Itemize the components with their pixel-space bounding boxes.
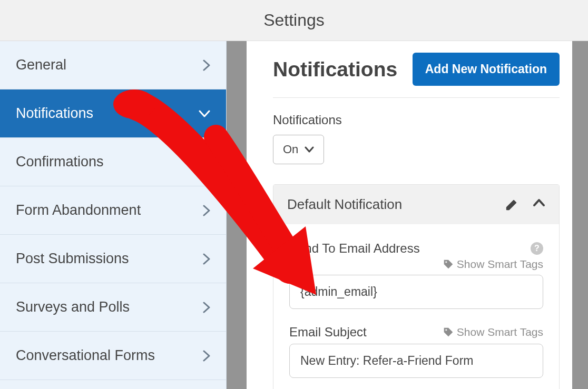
sidebar-item-label: Post Submissions xyxy=(16,251,129,267)
show-smart-tags-link[interactable]: Show Smart Tags xyxy=(289,258,543,271)
notification-header[interactable]: Default Notification xyxy=(273,185,559,224)
email-subject-label: Email Subject xyxy=(289,325,367,340)
notifications-toggle-select[interactable]: On xyxy=(273,135,324,164)
chevron-down-icon xyxy=(199,110,210,117)
sidebar-item-general[interactable]: General xyxy=(0,41,226,89)
chevron-right-icon xyxy=(203,205,210,216)
svg-point-0 xyxy=(445,261,447,263)
chevron-right-icon xyxy=(203,350,210,362)
add-new-notification-button[interactable]: Add New Notification xyxy=(413,53,560,86)
edit-icon[interactable] xyxy=(505,198,518,211)
panel-title: Notifications xyxy=(273,58,397,81)
notification-title: Default Notification xyxy=(287,196,402,213)
svg-point-1 xyxy=(445,329,447,331)
help-icon[interactable]: ? xyxy=(531,242,543,255)
row-label-line: Send To Email Address ? Show Smart Tags xyxy=(289,241,543,271)
sidebar-item-label: Conversational Forms xyxy=(16,347,155,364)
tag-icon xyxy=(443,327,454,337)
tag-icon xyxy=(443,259,454,270)
right-gutter-strip xyxy=(572,41,588,389)
page-title: Settings xyxy=(263,11,325,30)
sidebar-item-label: General xyxy=(16,57,66,73)
sidebar-item-form-abandonment[interactable]: Form Abandonment xyxy=(0,186,226,235)
select-value: On xyxy=(283,143,298,156)
chevron-down-icon xyxy=(305,146,314,153)
top-bar: Settings xyxy=(0,0,588,41)
chevron-right-icon xyxy=(203,156,210,168)
sidebar-item-label: Confirmations xyxy=(16,154,104,170)
settings-sidebar: General Notifications Confirmations Form… xyxy=(0,41,227,389)
smart-tags-label: Show Smart Tags xyxy=(457,326,543,338)
sidebar-item-label: Form Abandonment xyxy=(16,202,141,218)
email-subject-input[interactable] xyxy=(289,344,543,378)
chevron-up-icon[interactable] xyxy=(533,198,545,211)
panel-header: Notifications Add New Notification xyxy=(273,53,560,98)
chevron-right-icon xyxy=(203,253,210,265)
sidebar-item-label: Notifications xyxy=(16,105,93,122)
sidebar-item-label: Surveys and Polls xyxy=(16,299,130,315)
send-to-row: Send To Email Address ? Show Smart Tags xyxy=(289,241,543,309)
sidebar-item-conversational-forms[interactable]: Conversational Forms xyxy=(0,332,226,380)
sidebar-item-surveys-polls[interactable]: Surveys and Polls xyxy=(0,283,226,332)
show-smart-tags-link[interactable]: Show Smart Tags xyxy=(443,326,543,338)
chevron-right-icon xyxy=(203,302,210,313)
smart-tags-label: Show Smart Tags xyxy=(457,258,543,271)
send-to-label: Send To Email Address xyxy=(289,241,420,256)
main-panel: Notifications Add New Notification Notif… xyxy=(247,41,572,389)
body: General Notifications Confirmations Form… xyxy=(0,41,588,389)
row-label-line: Email Subject Show Smart Tags xyxy=(289,325,543,340)
send-to-input[interactable] xyxy=(289,275,543,309)
notification-actions xyxy=(505,198,545,211)
email-subject-row: Email Subject Show Smart Tags xyxy=(289,325,543,378)
sidebar-item-confirmations[interactable]: Confirmations xyxy=(0,138,226,186)
notification-block: Default Notification Send To Email Addre… xyxy=(273,184,560,389)
notification-body: Send To Email Address ? Show Smart Tags … xyxy=(273,224,559,389)
sidebar-item-notifications[interactable]: Notifications xyxy=(0,89,226,138)
notifications-toggle-label: Notifications xyxy=(273,113,560,127)
chevron-right-icon xyxy=(203,59,210,71)
gutter-strip xyxy=(227,41,247,389)
sidebar-item-post-submissions[interactable]: Post Submissions xyxy=(0,235,226,283)
